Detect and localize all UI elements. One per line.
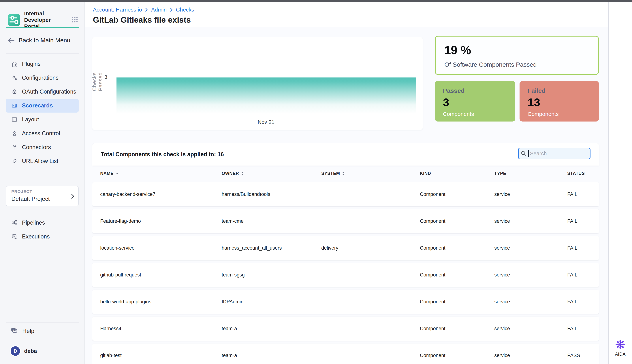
sidebar-item-connectors[interactable]: Connectors [6,140,79,154]
sidebar-item-configurations[interactable]: Configurations [6,71,79,85]
cell-status: PASS [567,353,599,358]
cell-status: FAIL [567,245,599,251]
passed-card: Passed 3 Components [435,81,515,122]
passed-value: 3 [443,96,507,109]
back-to-main-menu[interactable]: Back to Main Menu [8,37,70,44]
sidebar-item-label: Access Control [22,130,60,137]
svg-text:?: ? [13,328,14,331]
chart-x-tick: Nov 21 [117,119,416,125]
cell-kind: Component [420,299,494,304]
sidebar-item-oauth-configurations[interactable]: OAuth Configurations [6,85,79,99]
breadcrumb: Account: Harness.io Admin Checks [93,6,194,13]
project-selector[interactable]: PROJECT Default Project [6,186,79,206]
help-label: Help [22,328,34,334]
table-row[interactable]: Harness4 team-a Component service FAIL [92,317,599,340]
scroll-area: Checks Passed 3 Nov 21 19 % Of Software … [85,28,608,364]
cell-name: Feature-flag-demo [100,218,222,224]
brand-accent-rule [6,27,79,28]
checks-passed-chart: Checks Passed 3 Nov 21 [92,37,423,130]
cell-name: location-service [100,245,222,251]
sidebar-item-label: URL Allow List [22,158,58,164]
cell-type: service [494,272,567,278]
cell-owner: IDPAdmin [222,299,321,304]
sidebar-item-layout[interactable]: Layout [6,112,79,126]
passed-caption: Components [443,111,507,117]
cell-type: service [494,218,567,224]
breadcrumb-account[interactable]: Account: Harness.io [93,6,142,13]
table-row[interactable]: canary-backend-service7 harness/Buildand… [92,182,599,206]
idp-logo-icon [8,14,20,26]
chevron-right-icon [71,194,74,199]
sort-both-icon [342,172,345,176]
cell-kind: Component [420,245,494,251]
project-nav: Pipelines Executions [0,216,85,244]
sidebar-item-label: Configurations [22,74,59,81]
sort-asc-icon [116,172,119,174]
breadcrumb-checks[interactable]: Checks [176,6,194,13]
aida-label: AIDA [615,352,625,357]
breadcrumb-admin[interactable]: Admin [151,6,167,13]
cell-kind: Component [420,192,494,197]
table-header: NAME OWNER SYSTEM KI [92,169,599,178]
passed-label: Passed [443,87,507,94]
cell-owner: harness_account_all_users [222,245,321,251]
column-header-name[interactable]: NAME [100,171,222,176]
help-button[interactable]: ? Help [11,328,34,334]
aida-assistant-button[interactable]: AIDA [608,339,632,357]
sidebar-item-scorecards[interactable]: Scorecards [6,99,79,112]
sidebar-item-plugins[interactable]: Plugins [6,57,79,71]
project-name: Default Project [11,196,78,202]
sidebar: Internal Developer Portal Back to Main M… [0,2,85,364]
person-icon [11,130,18,136]
cell-name: canary-backend-service7 [100,192,222,197]
text-caret [528,150,529,157]
sidebar-item-pipelines[interactable]: Pipelines [6,216,79,230]
lock-icon [11,88,18,95]
project-eyebrow: PROJECT [11,189,78,194]
app-grid-icon[interactable] [70,14,80,25]
cell-status: FAIL [567,299,599,304]
chevron-right-icon [145,8,148,12]
column-header-type: TYPE [494,171,567,176]
sort-both-icon [241,172,244,176]
table-row[interactable]: hello-world-app-plugins IDPAdmin Compone… [92,290,599,314]
brand: Internal Developer Portal [8,10,80,30]
table-row[interactable]: github-pull-request team-sgsg Component … [92,263,599,287]
table-row[interactable]: Feature-flag-demo team-cme Component ser… [92,209,599,233]
failed-label: Failed [528,87,591,94]
sidebar-item-executions[interactable]: Executions [6,230,79,244]
cell-owner: harness/Buildandtools [222,192,321,197]
cell-system: delivery [321,245,420,251]
right-gutter: AIDA [608,2,632,364]
cell-owner: team-sgsg [222,272,321,278]
sidebar-item-label: Plugins [22,61,41,67]
cell-type: service [494,192,567,197]
search-input[interactable] [518,148,590,159]
column-header-owner[interactable]: OWNER [222,171,321,176]
user-menu[interactable]: D deba [11,346,37,356]
link-icon [11,158,18,164]
sidebar-item-label: Layout [22,116,39,123]
column-header-system[interactable]: SYSTEM [321,171,420,176]
table-row[interactable]: gitlab-test team-a Component service PAS… [92,344,599,364]
cell-status: FAIL [567,272,599,278]
chart-y-tick: 3 [104,74,107,80]
cell-owner: team-a [222,326,321,332]
avatar: D [11,346,20,356]
cell-name: hello-world-app-plugins [100,299,222,304]
column-header-kind: KIND [420,171,494,176]
user-name: deba [24,348,37,354]
sidebar-item-label: Scorecards [22,102,53,109]
chart-area-series [117,78,416,114]
cell-kind: Component [420,272,494,278]
percent-caption: Of Software Components Passed [444,61,589,68]
puzzle-icon [11,61,18,67]
divider [6,178,79,178]
sidebar-item-url-allow-list[interactable]: URL Allow List [6,154,79,168]
percent-value: 19 % [444,44,589,57]
table-row[interactable]: location-service harness_account_all_use… [92,236,599,260]
cell-type: service [494,299,567,304]
divider [6,322,79,322]
search-icon [521,150,527,156]
sidebar-item-access-control[interactable]: Access Control [6,126,79,140]
